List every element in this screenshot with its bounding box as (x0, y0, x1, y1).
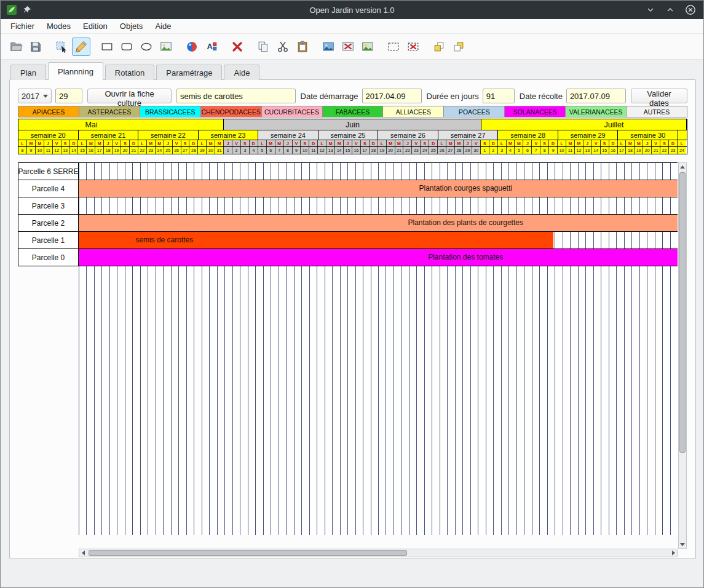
week-input[interactable] (55, 89, 82, 103)
day-number: 31 (215, 147, 224, 154)
gantt-row[interactable]: semis de carottes (79, 232, 678, 249)
gantt-grid[interactable]: Plantation courges spaguettiPlantation d… (79, 162, 678, 535)
menubar: FichierModesEditionObjetsAide (1, 19, 703, 34)
day-letter: M (27, 140, 36, 146)
tab-parametrage[interactable]: Paramétrage (156, 65, 222, 80)
parcel-label: Parcelle 0 (18, 249, 79, 266)
day-number: 15 (601, 147, 609, 154)
day-number: 22 (138, 147, 147, 154)
day-number: 12 (318, 147, 326, 154)
day-letter: L (618, 140, 627, 146)
tab-plannning[interactable]: Plannning (48, 62, 103, 80)
font-color-icon: A (205, 40, 218, 54)
delete-button[interactable] (228, 38, 247, 56)
rectangle-button[interactable] (98, 38, 116, 56)
save-button[interactable] (26, 38, 45, 56)
culture-bar[interactable] (79, 249, 678, 266)
vertical-scrollbar[interactable] (678, 162, 687, 549)
gantt-row[interactable] (79, 163, 678, 180)
titlebar[interactable]: Open Jardin version 1.0 (1, 1, 703, 19)
shade-icon[interactable] (646, 5, 655, 15)
day-number: 25 (164, 147, 173, 154)
ellipse-button[interactable] (137, 38, 156, 56)
date-recolte-input[interactable] (566, 89, 626, 103)
day-letter: M (566, 140, 575, 146)
culture-bar[interactable] (79, 215, 678, 231)
paste-button[interactable] (293, 38, 312, 56)
day-number: 6 (523, 147, 532, 154)
pencil-button[interactable] (72, 38, 90, 56)
tab-plan[interactable]: Plan (10, 65, 46, 80)
toolbar-group (52, 38, 90, 56)
open-fiche-button[interactable]: Ouvrir la fiche culture (87, 89, 172, 103)
family-asteracees: ASTERACEES (79, 106, 140, 117)
tab-rotation[interactable]: Rotation (105, 65, 154, 80)
selection-delete-button[interactable] (404, 38, 422, 56)
rounded-rectangle-button[interactable] (117, 38, 136, 56)
day-letter: J (583, 140, 592, 146)
copy-button[interactable] (254, 38, 272, 56)
scroll-up-icon[interactable] (679, 163, 686, 170)
day-number: 28 (455, 147, 464, 154)
gantt-row[interactable]: Plantation courges spaguetti (79, 180, 678, 197)
scroll-left-icon[interactable] (79, 549, 87, 557)
horizontal-scrollbar[interactable] (79, 549, 678, 557)
valider-dates-button[interactable]: Valider dates (631, 89, 687, 103)
color-ball-button[interactable] (183, 38, 201, 56)
day-number: 8 (284, 147, 293, 154)
lower-button[interactable] (449, 38, 468, 56)
day-number: 24 (678, 147, 686, 154)
toolbar-group (228, 38, 247, 56)
menu-item-edition[interactable]: Edition (77, 20, 114, 33)
cut-button[interactable] (274, 38, 292, 56)
year-select[interactable]: 2017 (18, 89, 52, 103)
save-icon (29, 40, 42, 54)
day-letter: V (232, 140, 241, 146)
menu-item-fichier[interactable]: Fichier (4, 20, 41, 33)
culture-bar-label: Plantation des plants de courgettes (408, 215, 523, 231)
image-export-button[interactable] (319, 38, 338, 56)
gantt-row[interactable]: Plantation des tomates (79, 249, 678, 266)
tab-aide[interactable]: Aide (224, 65, 259, 80)
image-delete-button[interactable] (339, 38, 357, 56)
scroll-right-icon[interactable] (670, 549, 677, 557)
day-number: 30 (207, 147, 215, 154)
day-letter: M (455, 140, 464, 146)
month-label: Mai (85, 119, 97, 130)
pin-icon[interactable] (23, 6, 31, 14)
image-add-button[interactable] (358, 38, 377, 56)
open-button[interactable] (7, 38, 25, 56)
day-number: 1 (481, 147, 489, 154)
culture-input[interactable] (176, 89, 296, 103)
day-number: 22 (403, 147, 412, 154)
vertical-scrollbar-thumb[interactable] (679, 172, 686, 453)
horizontal-scrollbar-thumb[interactable] (89, 550, 407, 556)
raise-button[interactable] (430, 38, 448, 56)
toolbar-group (7, 38, 45, 56)
gantt-row[interactable] (79, 197, 678, 215)
font-color-button[interactable]: A (202, 38, 221, 56)
duree-input[interactable] (483, 89, 515, 103)
day-number-row: 8910111213141516171819202122232425262728… (18, 146, 687, 154)
select-button[interactable] (52, 38, 71, 56)
day-letter: M (387, 140, 395, 146)
day-number: 14 (335, 147, 344, 154)
week-cell: semaine 25 (318, 130, 379, 140)
gantt-row[interactable]: Plantation des plants de courgettes (79, 215, 678, 232)
date-demarrage-input[interactable] (362, 89, 422, 103)
day-number: 5 (258, 147, 267, 154)
image-button[interactable] (157, 38, 175, 56)
menu-item-modes[interactable]: Modes (41, 20, 77, 33)
menu-item-aide[interactable]: Aide (149, 20, 177, 33)
close-icon[interactable] (685, 4, 696, 15)
selection-button[interactable] (384, 38, 403, 56)
day-letter: L (378, 140, 387, 146)
day-number: 21 (652, 147, 660, 154)
menu-item-objets[interactable]: Objets (114, 20, 149, 33)
scroll-down-icon[interactable] (679, 541, 686, 548)
day-letter: M (626, 140, 635, 146)
day-letter: M (335, 140, 344, 146)
maximize-icon[interactable] (665, 5, 675, 15)
culture-bar[interactable] (79, 180, 678, 197)
day-letter: S (121, 140, 130, 146)
